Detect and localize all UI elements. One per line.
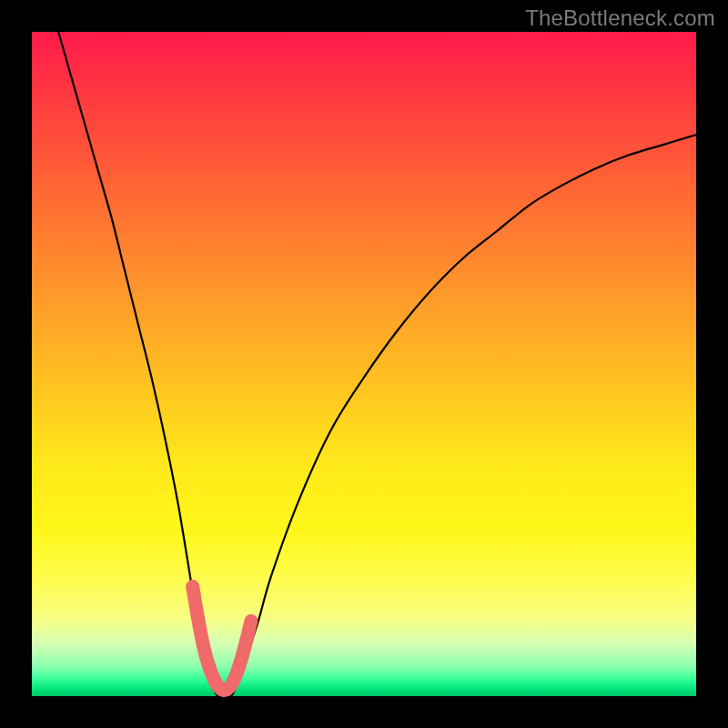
plot-area [32, 32, 696, 696]
chart-frame: TheBottleneck.com [0, 0, 728, 728]
bottleneck-curve [58, 32, 696, 697]
watermark-text: TheBottleneck.com [525, 5, 715, 31]
bottleneck-chart-svg [32, 32, 696, 696]
minimum-marker [193, 587, 251, 691]
